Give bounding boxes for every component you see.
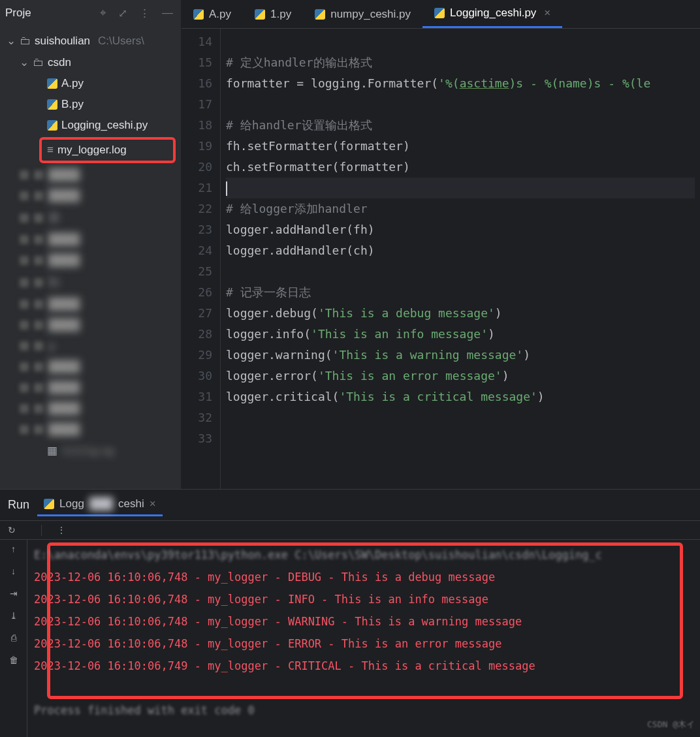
run-toolbar: ↻ │ ⋮ [0,521,700,540]
tab-label: Logging_ceshi.py [450,7,536,20]
console-log-line: 2023-12-06 16:10:06,748 - my_logger - ER… [34,633,693,655]
editor-tab[interactable]: numpy_ceshi.py [303,0,422,28]
editor-tab[interactable]: Logging_ceshi.py× [422,0,562,28]
tree-item-label: my_logger.log [57,144,127,157]
tree-item[interactable]: ████ [0,294,181,315]
run-side-toolbar: ↑ ↓ ⇥ ⤓ ⎙ 🗑 [0,540,27,737]
python-icon [193,9,204,20]
tree-file[interactable]: Logging_ceshi.py [0,115,181,136]
tree-file-highlighted[interactable]: ≡ my_logger.log [39,137,176,163]
project-sidebar: Proje ⌖ ⤢ ⋮ — ⌄ 🗀 suishoulian C:\Users\ … [0,0,182,489]
tree-item-label: 11111g og [61,445,114,458]
run-config-tab[interactable]: Logg███ceshi × [37,494,163,516]
close-icon[interactable]: × [544,7,550,20]
console-output[interactable]: E:\anaconda\envs\py39tor113\python.exe C… [27,540,700,737]
python-icon [44,499,54,509]
python-icon [315,9,325,20]
tree-item[interactable]: ████ [0,398,181,419]
console-log-line: 2023-12-06 16:10:06,748 - my_logger - IN… [34,588,693,610]
editor-tab[interactable]: 1.py [243,0,303,28]
tree-item[interactable]: ████ [0,229,181,250]
tree-item[interactable]: ████ [0,356,181,377]
delete-icon[interactable]: 🗑 [9,655,18,665]
editor-tab[interactable]: A.py [182,0,243,28]
text-file-icon: ≡ [47,144,54,157]
tree-item[interactable]: ████ [0,250,181,271]
tree-item[interactable]: ████ [0,315,181,336]
tab-label: numpy_ceshi.py [330,8,411,21]
file-icon: ▦ [47,444,57,458]
editor-tabs: A.py1.pynumpy_ceshi.pyLogging_ceshi.py× [182,0,700,29]
console-command: E:\anaconda\envs\py39tor113\python.exe C… [34,544,693,566]
tree-item[interactable]: 傻 [0,206,181,229]
more-icon[interactable]: ⋮ [57,525,66,535]
project-toolwindow-header: Proje ⌖ ⤢ ⋮ — [0,0,181,26]
run-tab-prefix: Logg [59,497,84,510]
python-icon [255,9,265,20]
tree-item[interactable]: ████ [0,165,181,185]
folder-icon: 🗀 [33,56,44,69]
python-icon [47,120,57,131]
code-editor[interactable]: 1415161718192021222324252627282930313233… [182,29,700,489]
down-icon[interactable]: ↓ [11,566,16,576]
code-content[interactable]: # 定义handler的输出格式formatter = logging.Form… [221,29,700,489]
run-label: Run [8,498,29,512]
console-log-line: 2023-12-06 16:10:06,749 - my_logger - CR… [34,655,693,677]
tree-folder-csdn[interactable]: ⌄ 🗀 csdn [0,52,181,73]
console-exit: Process finished with exit code 0 [34,699,693,721]
console-log-line: 2023-12-06 16:10:06,748 - my_logger - WA… [34,610,693,633]
tree-item-hint: C:\Users\ [98,35,144,48]
editor-area: A.py1.pynumpy_ceshi.pyLogging_ceshi.py× … [182,0,700,489]
tab-label: 1.py [270,8,291,21]
python-icon [434,8,445,18]
print-icon[interactable]: ⎙ [11,633,16,643]
expand-icon[interactable]: ⤢ [116,5,130,22]
tree-file[interactable]: B.py [0,94,181,115]
chevron-down-icon[interactable]: ⌄ [20,55,29,69]
tree-item[interactable]: g [0,336,181,356]
up-icon[interactable]: ↑ [11,544,16,554]
settings-icon[interactable]: ⋮ [136,5,153,22]
python-icon [47,78,57,89]
scroll-to-end-icon[interactable]: ⤓ [10,610,18,621]
run-tab-suffix: ceshi [118,497,144,510]
tree-file[interactable]: A.py [0,73,181,94]
rerun-icon[interactable]: ↻ [8,525,16,535]
python-icon [47,99,57,110]
run-toolwindow: Run Logg███ceshi × ↻ │ ⋮ ↑ ↓ ⇥ ⤓ ⎙ 🗑 E:\… [0,489,700,737]
watermark: CSDN @木イ [647,713,695,736]
folder-icon: 🗀 [20,35,31,48]
soft-wrap-icon[interactable]: ⇥ [10,588,18,599]
locate-icon[interactable]: ⌖ [97,5,109,21]
project-tree[interactable]: ⌄ 🗀 suishoulian C:\Users\ ⌄ 🗀 csdn A.py … [0,26,181,465]
chevron-down-icon[interactable]: ⌄ [7,34,16,48]
tree-project-root[interactable]: ⌄ 🗀 suishoulian C:\Users\ [0,30,181,52]
tree-item-label: suishoulian [35,35,90,48]
tree-file[interactable]: ▦ 11111g og [0,440,181,462]
line-gutter: 1415161718192021222324252627282930313233 [182,29,221,489]
tree-item[interactable]: ████ [0,185,181,206]
hide-icon[interactable]: — [159,5,176,21]
project-label: Proje [5,7,31,20]
tree-item-label: B.py [61,98,84,111]
console-log-line: 2023-12-06 16:10:06,748 - my_logger - DE… [34,566,693,588]
tree-item-label: csdn [48,56,71,69]
tree-item-label: A.py [61,77,84,90]
tab-label: A.py [209,8,231,21]
tree-item[interactable]: 制 [0,271,181,294]
run-header: Run Logg███ceshi × [0,490,700,521]
tree-item-label: Logging_ceshi.py [61,119,148,132]
tree-item[interactable]: ████ [0,377,181,398]
close-icon[interactable]: × [150,497,156,510]
tree-item[interactable]: ████ [0,419,181,440]
